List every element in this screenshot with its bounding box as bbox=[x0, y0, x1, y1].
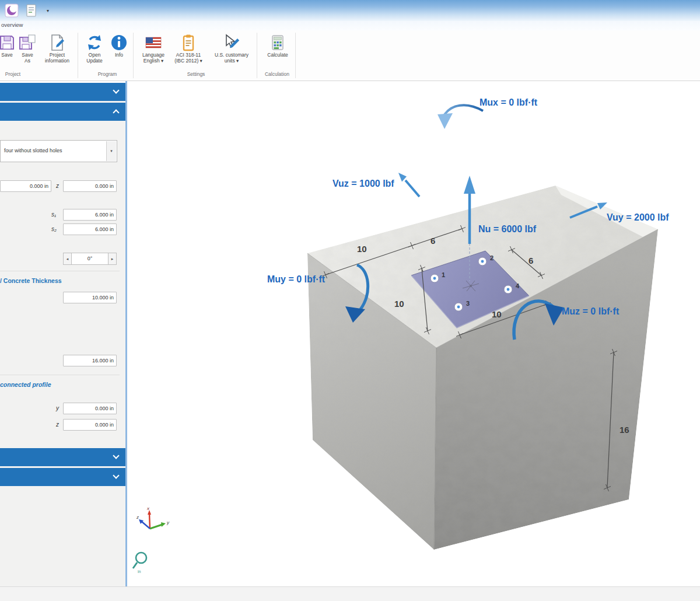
input-sidebar: four without slotted holes ▾ 0.000 in z … bbox=[0, 81, 127, 586]
angle-value[interactable]: 0° bbox=[72, 253, 108, 265]
dim-top-10-label: 10 bbox=[357, 244, 367, 254]
ribbon-separator bbox=[257, 33, 257, 78]
spacing-s1-input[interactable]: 6.000 in bbox=[63, 209, 117, 221]
dim-height-16-label: 16 bbox=[620, 425, 629, 435]
anchor-2-number: 2 bbox=[490, 254, 494, 261]
project-information-button-label: Project information bbox=[45, 52, 69, 64]
calculate-icon bbox=[269, 34, 286, 51]
save-button-label: Save bbox=[1, 52, 12, 58]
ribbon-separator bbox=[295, 33, 296, 78]
position-x-input[interactable]: 0.000 in bbox=[0, 180, 51, 192]
ribbon-group-settings-label: Settings bbox=[138, 71, 254, 77]
save-icon bbox=[0, 34, 16, 51]
chevron-down-icon bbox=[113, 87, 119, 93]
language-button[interactable]: Language English ▾ bbox=[138, 33, 169, 70]
angle-decrease-button[interactable]: ◂ bbox=[63, 253, 72, 265]
3d-scene-svg: 1 2 3 4 bbox=[129, 81, 700, 586]
axis-triad-icon: x y z bbox=[136, 506, 170, 529]
dim-left-10-label: 10 bbox=[394, 299, 404, 309]
report-icon[interactable] bbox=[24, 4, 38, 18]
vuy-label: Vuy = 2000 lbf bbox=[607, 212, 669, 222]
chevron-down-icon bbox=[113, 452, 119, 459]
anchor-layout-dropdown[interactable]: four without slotted holes ▾ bbox=[0, 140, 117, 162]
dim-right-6-label: 6 bbox=[528, 256, 533, 265]
ribbon-separator bbox=[133, 33, 134, 78]
panel-header-3[interactable] bbox=[0, 448, 125, 466]
info-button[interactable]: Info bbox=[108, 33, 130, 70]
concrete-thickness-heading: / Concrete Thickness bbox=[0, 277, 62, 284]
language-button-label: Language English ▾ bbox=[142, 52, 164, 64]
muz-label: Muz = 0 lbf·ft bbox=[562, 306, 620, 316]
angle-spinner: ◂ 0° ▸ bbox=[63, 253, 117, 265]
vuz-arrow bbox=[405, 180, 419, 197]
profile-z-label: z bbox=[56, 421, 59, 428]
position-z-input[interactable]: 0.000 in bbox=[63, 180, 117, 192]
anchor-4-number: 4 bbox=[516, 282, 520, 289]
design-code-button[interactable]: ACI 318-11 (IBC 2012) ▾ bbox=[172, 33, 205, 70]
ribbon-separator bbox=[78, 33, 78, 78]
ribbon-group-program-label: Program bbox=[82, 71, 133, 77]
main-body: four without slotted holes ▾ 0.000 in z … bbox=[0, 81, 700, 586]
open-update-button[interactable]: Open Update bbox=[82, 33, 107, 70]
save-button[interactable]: Save bbox=[0, 33, 18, 70]
save-as-icon bbox=[19, 34, 36, 51]
app-icon[interactable] bbox=[5, 4, 19, 18]
language-flag-icon bbox=[145, 34, 162, 51]
tab-overview[interactable]: overview bbox=[1, 22, 23, 28]
connected-profile-heading: connected profile bbox=[0, 381, 51, 388]
position-z-label: z bbox=[56, 183, 59, 189]
concrete-block bbox=[262, 140, 700, 583]
save-as-button-label: Save As bbox=[22, 52, 33, 64]
application-window: ▾ overview Save bbox=[0, 0, 700, 601]
axis-z-label: z bbox=[136, 515, 139, 520]
panel-header-4[interactable] bbox=[0, 468, 125, 486]
spacing-s2-input[interactable]: 6.000 in bbox=[63, 223, 117, 235]
dim-bottom-10-label: 10 bbox=[492, 309, 502, 319]
3d-viewport[interactable]: 1 2 3 4 bbox=[129, 81, 700, 586]
zoom-tool[interactable]: in bbox=[133, 553, 146, 574]
calculate-button[interactable]: Calculate bbox=[262, 33, 293, 70]
project-information-button[interactable]: Project information bbox=[38, 33, 76, 70]
chevron-down-icon bbox=[113, 472, 119, 478]
ribbon-tab-row: overview bbox=[0, 21, 700, 30]
project-information-icon bbox=[48, 34, 66, 51]
nu-label: Nu = 6000 lbf bbox=[478, 224, 537, 234]
panel-header-1[interactable] bbox=[0, 83, 125, 101]
anchor-1-number: 1 bbox=[442, 271, 445, 278]
open-update-button-label: Open Update bbox=[86, 52, 102, 64]
angle-increase-button[interactable]: ▸ bbox=[108, 253, 117, 265]
mux-label: Mux = 0 lbf·ft bbox=[480, 97, 538, 107]
anchor-layout-value: four without slotted holes bbox=[4, 148, 62, 153]
quick-access-caret-icon[interactable]: ▾ bbox=[47, 8, 49, 13]
profile-y-label: y bbox=[56, 405, 59, 411]
spacing-s1-label: s₁ bbox=[51, 211, 56, 218]
dropdown-arrow-icon[interactable]: ▾ bbox=[106, 141, 116, 161]
info-button-label: Info bbox=[115, 52, 123, 58]
ribbon-group-project-label: Project bbox=[0, 71, 26, 77]
axis-y-label: y bbox=[166, 520, 170, 525]
muy-label: Muy = 0 lbf·ft bbox=[267, 274, 326, 284]
sidebar-divider bbox=[0, 375, 120, 375]
anchor-3-number: 3 bbox=[466, 300, 470, 307]
save-as-button[interactable]: Save As bbox=[16, 33, 38, 70]
title-bar: ▾ bbox=[0, 0, 700, 21]
info-icon bbox=[110, 34, 128, 51]
profile-z-input[interactable]: 0.000 in bbox=[63, 419, 117, 431]
quick-access-toolbar: ▾ bbox=[5, 4, 49, 18]
zoom-unit-label: in bbox=[138, 569, 141, 574]
spacing-s2-label: s₂ bbox=[51, 226, 57, 232]
calculate-button-label: Calculate bbox=[267, 52, 288, 58]
units-button-label: U.S. customary units ▾ bbox=[215, 52, 249, 64]
open-update-icon bbox=[86, 34, 103, 51]
profile-y-input[interactable]: 0.000 in bbox=[63, 403, 117, 414]
ribbon: Save Save As Project info bbox=[0, 30, 700, 81]
units-icon bbox=[223, 34, 240, 51]
units-button[interactable]: U.S. customary units ▾ bbox=[209, 33, 254, 70]
ribbon-group-calculation-label: Calculation bbox=[259, 71, 295, 77]
concrete-thickness-input[interactable]: 16.000 in bbox=[63, 355, 117, 366]
sidebar-divider bbox=[0, 271, 120, 271]
embedment-depth-input[interactable]: 10.000 in bbox=[63, 292, 117, 303]
design-code-icon bbox=[180, 34, 197, 51]
panel-header-2[interactable] bbox=[0, 103, 125, 121]
design-code-button-label: ACI 318-11 (IBC 2012) ▾ bbox=[174, 52, 202, 64]
